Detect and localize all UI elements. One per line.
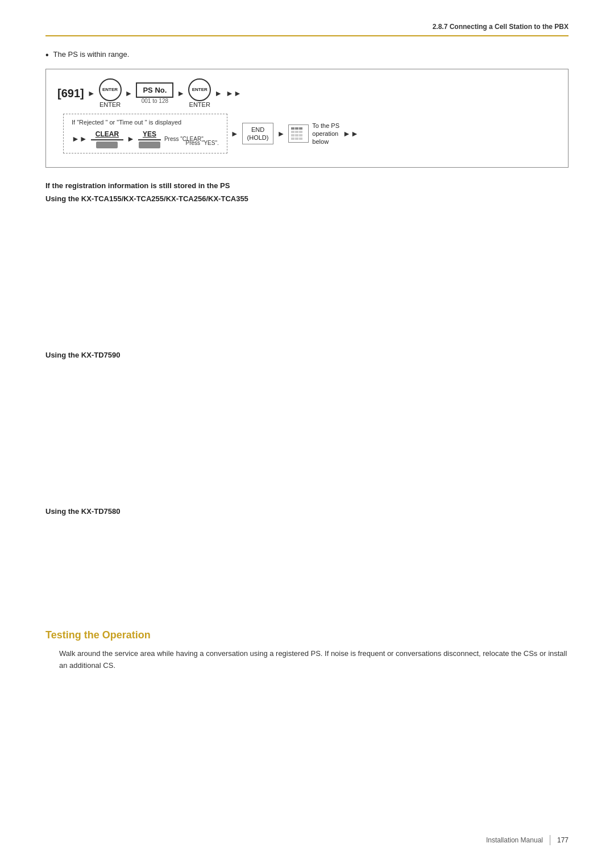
section-heading-1: If the registration information is still… (45, 181, 569, 190)
yes-label: YES (138, 129, 161, 140)
ps-no-col: PS No. 001 to 128 (136, 82, 173, 104)
section-subheading: Using the KX-TCA155/KX-TCA255/KX-TCA256/… (45, 194, 569, 203)
arrow2: ► (125, 89, 133, 98)
double-arrow-3: ►► (343, 129, 359, 138)
bullet-dot: • (45, 51, 49, 60)
phone-icon (288, 124, 309, 143)
enter-button-1: ENTER (99, 78, 122, 101)
enter-label-1: ENTER (99, 101, 121, 108)
dashed-sub-box: If "Rejected " or "Time out " is display… (63, 114, 227, 153)
page-header: 2.8.7 Connecting a Cell Station to the P… (45, 23, 569, 36)
dashed-flow: ►► CLEAR ► YES Press "CLEAR". (72, 129, 219, 148)
arrow1: ► (88, 89, 96, 98)
footer-label: Installation Manual (486, 836, 543, 844)
header-title: 2.8.7 Connecting a Cell Station to the P… (433, 23, 569, 31)
testing-body: Walk around the service area while havin… (59, 648, 569, 672)
footer-page: 177 (557, 836, 569, 844)
yes-key: YES (138, 129, 161, 148)
arrow6: ► (231, 129, 239, 138)
clear-key: CLEAR (91, 129, 123, 148)
ps-no-box: PS No. (136, 82, 173, 98)
enter-col-2: ENTER ENTER (188, 78, 211, 108)
using-kx-td7590: Using the KX-TD7590 (45, 351, 569, 359)
using-kx-td7580: Using the KX-TD7580 (45, 507, 569, 516)
testing-section: Testing the Operation Walk around the se… (45, 629, 569, 672)
arrow5: ► (127, 134, 135, 143)
end-hold-box: END(HOLD) (242, 123, 274, 145)
enter-button-2: ENTER (188, 78, 211, 101)
testing-title: Testing the Operation (45, 629, 569, 641)
bullet-section: • The PS is within range. (45, 50, 569, 60)
dashed-label: If "Rejected " or "Time out " is display… (72, 119, 219, 126)
bullet-text: The PS is within range. (53, 50, 130, 59)
yes-btn-rect (139, 142, 160, 148)
end-hold-text: END(HOLD) (247, 126, 269, 141)
enter-col-1: ENTER ENTER (99, 78, 122, 108)
double-arrow-1: ►► (226, 89, 242, 98)
enter-label-2: ENTER (189, 101, 210, 108)
footer-divider (550, 835, 550, 845)
clear-label: CLEAR (91, 129, 123, 140)
ps-no-range: 001 to 128 (142, 98, 168, 104)
ps-operation-text: To the PSoperationbelow (312, 122, 339, 146)
double-arrow-2: ►► (72, 134, 88, 143)
arrow4: ► (214, 89, 222, 98)
step-691: [691] (57, 87, 84, 100)
arrow7: ► (277, 129, 285, 138)
clear-btn-rect (96, 142, 118, 148)
diagram-box: [691] ► ENTER ENTER ► PS No. 001 to 128 … (45, 69, 569, 168)
arrow3: ► (177, 89, 185, 98)
press-yes-label: Press "YES". (186, 140, 219, 146)
page-footer: Installation Manual 177 (486, 835, 569, 845)
diagram-row1: [691] ► ENTER ENTER ► PS No. 001 to 128 … (57, 78, 557, 108)
